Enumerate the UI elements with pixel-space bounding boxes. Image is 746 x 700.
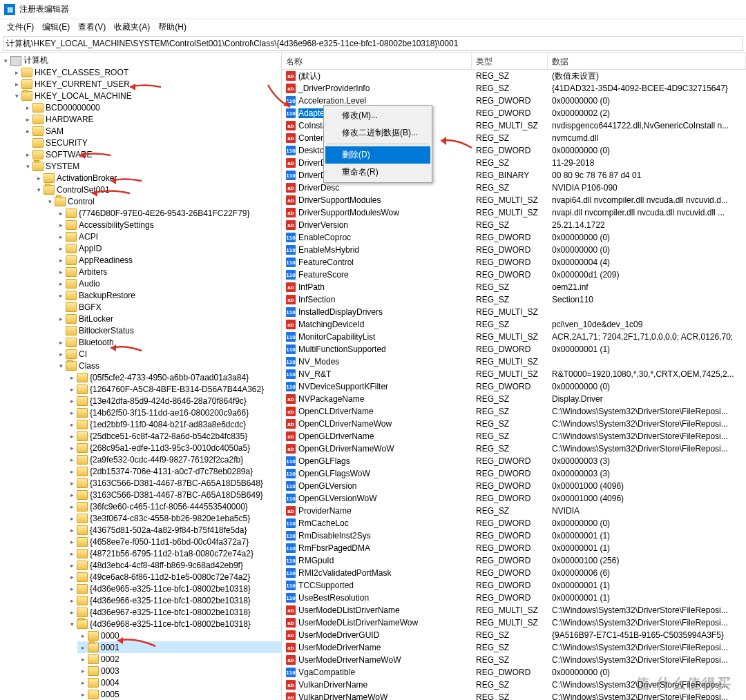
- tree-ctrl[interactable]: ▾Control: [44, 195, 281, 207]
- value-row[interactable]: abUserModeDriverNameREG_SZC:\Windows\Sys…: [282, 641, 746, 654]
- tree-pane[interactable]: ▾计算机 ▸HKEY_CLASSES_ROOT ▸HKEY_CURRENT_US…: [0, 53, 282, 700]
- tree-bitls[interactable]: ▸BitlockerStatus: [55, 324, 281, 336]
- tree-bgfx[interactable]: ▸BGFX: [55, 301, 281, 313]
- tree-sw[interactable]: ▸SOFTWARE: [22, 148, 281, 160]
- value-row[interactable]: 110RmDisableInst2SysREG_DWORD0x00000001 …: [282, 529, 746, 542]
- tree-ab[interactable]: ▸ActivationBroker: [33, 172, 281, 184]
- value-row[interactable]: abOpenCLDriverNameWowREG_SZC:\Windows\Sy…: [282, 418, 746, 430]
- tree-hklm[interactable]: ▾HKEY_LOCAL_MACHINE: [11, 90, 281, 101]
- tree-class-guid[interactable]: ▸{1ed2bbf9-11f0-4084-b21f-ad83a8e6dcdc}: [66, 418, 281, 430]
- value-row[interactable]: 110NV_ModesREG_MULTI_SZ: [282, 356, 746, 368]
- tree-class-guid[interactable]: ▸{4658ee7e-f050-11d1-b6bd-00c04fa372a7}: [66, 536, 281, 547]
- value-row[interactable]: 110OpenGLFlagsWoWREG_DWORD0x00000003 (3): [282, 467, 746, 480]
- value-row[interactable]: 110NV_R&TREG_MULTI_SZR&T0000=1920,1080,*…: [282, 368, 746, 380]
- value-row[interactable]: abUserModeDriverGUIDREG_SZ{9A516B97-E7C1…: [282, 629, 746, 641]
- menu-view[interactable]: 查看(V): [74, 20, 110, 35]
- tree-class-guid[interactable]: ▸{48d3ebc4-4cf8-48ff-b869-9c68ad42eb9f}: [66, 559, 281, 571]
- value-row[interactable]: abNVPackageNameREG_SZDisplay.Driver: [282, 393, 746, 405]
- tree-subkey-0002[interactable]: ▸0002: [77, 653, 281, 665]
- tree-bcd[interactable]: ▸BCD00000000: [22, 101, 281, 113]
- ctx-rename[interactable]: 重命名(R): [325, 164, 430, 181]
- value-row[interactable]: 110EnableMsHybridREG_DWORD0x00000000 (0): [282, 244, 746, 256]
- value-row[interactable]: abDriverDescREG_SZNVIDIA P106-090: [282, 182, 746, 194]
- value-row[interactable]: ab_DriverProviderInfoREG_SZ{41DAD321-35D…: [282, 82, 746, 95]
- menu-help[interactable]: 帮助(H): [154, 20, 191, 35]
- tree-class-guid[interactable]: ▸{13e42dfa-85d9-424d-8646-28a70f864f9c}: [66, 395, 281, 407]
- address-bar[interactable]: 计算机\HKEY_LOCAL_MACHINE\SYSTEM\ControlSet…: [3, 36, 743, 51]
- col-name[interactable]: 名称: [282, 53, 472, 69]
- value-row[interactable]: 110RMI2cValidatedPortMaskREG_DWORD0x0000…: [282, 567, 746, 579]
- tree-class-guid[interactable]: ▸{3e3f0674-c83c-4558-bb26-9820e1eba5c5}: [66, 512, 281, 524]
- tree-root[interactable]: ▾计算机: [0, 55, 281, 66]
- tree-class-guid[interactable]: ▾{4d36e968-e325-11ce-bfc1-08002be10318}: [66, 618, 281, 630]
- value-row[interactable]: 110RmFbsrPagedDMAREG_DWORD0x00000001 (1): [282, 542, 746, 554]
- tree-class-guid[interactable]: ▸{25dbce51-6c8f-4a72-8a6d-b54c2b4fc835}: [66, 430, 281, 442]
- value-row[interactable]: 110EnableCoprocREG_DWORD0x00000000 (0): [282, 231, 746, 244]
- tree-audio[interactable]: ▸Audio: [55, 278, 281, 289]
- tree-class-guid[interactable]: ▸{3163C566-D381-4467-87BC-A65A18D5B649}: [66, 489, 281, 500]
- tree-class-guid[interactable]: ▸{43675d81-502a-4a82-9f84-b75f418fe5da}: [66, 524, 281, 536]
- tree-subkey-0005[interactable]: ▸0005: [77, 688, 281, 700]
- value-row[interactable]: 110OpenGLVersionREG_DWORD0x00001000 (409…: [282, 480, 746, 492]
- menu-file[interactable]: 文件(F): [3, 20, 38, 35]
- value-row[interactable]: abUserModeDriverNameWoWREG_SZC:\Windows\…: [282, 654, 746, 666]
- tree-class[interactable]: ▾Class: [55, 360, 281, 371]
- value-row[interactable]: abDriverSupportModulesREG_MULTI_SZnvapi6…: [282, 194, 746, 206]
- tree-class-guid[interactable]: ▸{36fc9e60-c465-11cf-8056-444553540000}: [66, 500, 281, 512]
- tree-sys[interactable]: ▾SYSTEM: [22, 160, 281, 172]
- value-row[interactable]: 110FeatureControlREG_DWORD0x00000004 (4): [282, 256, 746, 269]
- tree-class-guid[interactable]: ▸{05f5cfe2-4733-4950-a6bb-07aad01a3a84}: [66, 371, 281, 383]
- tree-appid[interactable]: ▸AppID: [55, 242, 281, 254]
- tree-acpi[interactable]: ▸ACPI: [55, 231, 281, 242]
- tree-class-guid[interactable]: ▸{48721b56-6795-11d2-b1a8-0080c72e74a2}: [66, 547, 281, 559]
- value-row[interactable]: abMatchingDeviceIdREG_SZpci\ven_10de&dev…: [282, 318, 746, 331]
- value-row[interactable]: 110RmCacheLocREG_DWORD0x00000000 (0): [282, 517, 746, 529]
- value-row[interactable]: 110RMGpuIdREG_DWORD0x00000100 (256): [282, 554, 746, 567]
- tree-bitl[interactable]: ▸BitLocker: [55, 313, 281, 324]
- value-row[interactable]: abOpenGLDriverNameWoWREG_SZC:\Windows\Sy…: [282, 443, 746, 455]
- value-row[interactable]: abProviderNameREG_SZNVIDIA: [282, 505, 746, 517]
- tree-bt[interactable]: ▸Bluetooth: [55, 336, 281, 348]
- tree-subkey-0003[interactable]: ▸0003: [77, 665, 281, 677]
- tree-sec[interactable]: ▸SECURITY: [22, 137, 281, 148]
- tree-subkey-0000[interactable]: ▸0000: [77, 630, 281, 641]
- value-row[interactable]: abOpenCLDriverNameREG_SZC:\Windows\Syste…: [282, 405, 746, 418]
- menu-fav[interactable]: 收藏夹(A): [110, 20, 154, 35]
- tree-hw[interactable]: ▸HARDWARE: [22, 113, 281, 125]
- col-type[interactable]: 类型: [472, 53, 548, 69]
- value-row[interactable]: abUserModeDListDriverNameREG_MULTI_SZC:\…: [282, 604, 746, 616]
- value-row[interactable]: abDriverSupportModulesWowREG_MULTI_SZnva…: [282, 206, 746, 219]
- tree-class-guid[interactable]: ▸{3163C566-D381-4467-87BC-A65A18D5B648}: [66, 477, 281, 489]
- value-row[interactable]: 110NVDeviceSupportKFilterREG_DWORD0x0000…: [282, 380, 746, 393]
- value-row[interactable]: 110MultiFunctionSupportedREG_DWORD0x0000…: [282, 343, 746, 356]
- value-row[interactable]: 110TCCSupportedREG_DWORD0x00000001 (1): [282, 579, 746, 592]
- tree-class-guid[interactable]: ▸{4d36e966-e325-11ce-bfc1-08002be10318}: [66, 594, 281, 606]
- menu-edit[interactable]: 编辑(E): [38, 20, 74, 35]
- tree-class-guid[interactable]: ▸{1264760F-A5C8-4BFE-B314-D56A7B44A362}: [66, 383, 281, 395]
- value-row[interactable]: 110FeatureScoreREG_DWORD0x000000d1 (209): [282, 269, 746, 281]
- ctx-delete[interactable]: 删除(D): [325, 146, 430, 164]
- ctx-modify-binary[interactable]: 修改二进制数据(B)...: [325, 124, 430, 142]
- tree-appr[interactable]: ▸AppReadiness: [55, 254, 281, 266]
- tree-class-guid[interactable]: ▸{14b62f50-3f15-11dd-ae16-0800200c9a66}: [66, 407, 281, 418]
- tree-hkcu[interactable]: ▸HKEY_CURRENT_USER: [11, 78, 281, 90]
- value-row[interactable]: abInfPathREG_SZoem21.inf: [282, 281, 746, 293]
- value-row[interactable]: abOpenGLDriverNameREG_SZC:\Windows\Syste…: [282, 430, 746, 443]
- value-row[interactable]: abInfSectionREG_SZSection110: [282, 293, 746, 306]
- tree-class-guid[interactable]: ▸{4d36e965-e325-11ce-bfc1-08002be10318}: [66, 583, 281, 594]
- tree-guid1[interactable]: ▸{7746D80F-97E0-4E26-9543-26B41FC22F79}: [55, 207, 281, 219]
- value-row[interactable]: 110MonitorCapabilityListREG_MULTI_SZACR,…: [282, 331, 746, 343]
- tree-sam[interactable]: ▸SAM: [22, 125, 281, 137]
- tree-subkey-0001[interactable]: ▸0001: [77, 641, 281, 653]
- value-row[interactable]: 110UseBestResolutionREG_DWORD0x00000001 …: [282, 592, 746, 604]
- tree-ci[interactable]: ▸CI: [55, 348, 281, 360]
- value-row[interactable]: abDriverVersionREG_SZ25.21.14.1722: [282, 219, 746, 231]
- tree-arb[interactable]: ▸Arbiters: [55, 266, 281, 278]
- value-row[interactable]: 110OpenGLFlagsREG_DWORD0x00000003 (3): [282, 455, 746, 467]
- tree-bkr[interactable]: ▸BackupRestore: [55, 289, 281, 301]
- tree-subkey-0004[interactable]: ▸0004: [77, 677, 281, 688]
- tree-class-guid[interactable]: ▸{4d36e967-e325-11ce-bfc1-08002be10318}: [66, 606, 281, 618]
- tree-class-guid[interactable]: ▸{49ce6ac8-6f86-11d2-b1e5-0080c72e74a2}: [66, 571, 281, 583]
- value-row[interactable]: 110OpenGLVersionWoWREG_DWORD0x00001000 (…: [282, 492, 746, 505]
- value-row[interactable]: ab(默认)REG_SZ(数值未设置): [282, 70, 746, 82]
